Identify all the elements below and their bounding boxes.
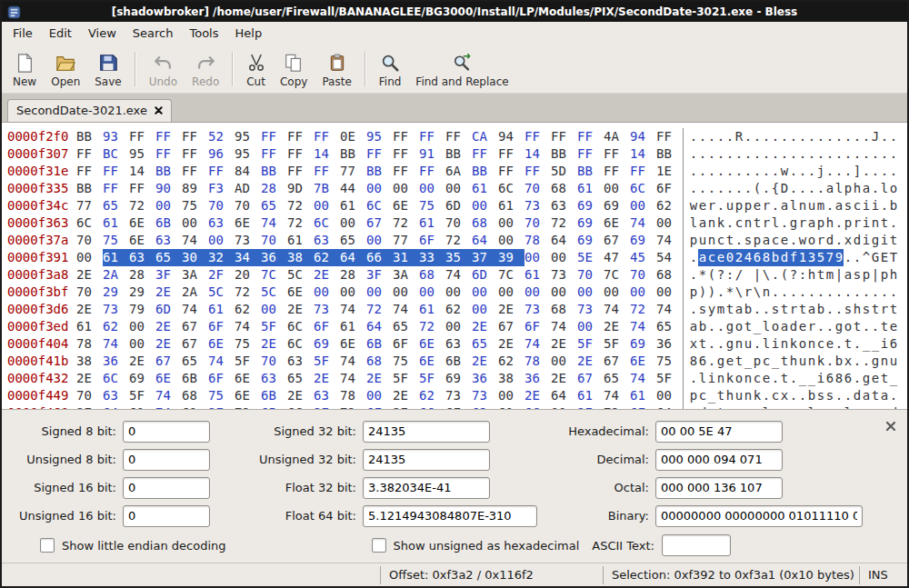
hex-byte[interactable]: 74 [103, 335, 129, 353]
hex-byte[interactable]: 2E [551, 370, 577, 387]
ascii-char[interactable]: p [844, 214, 853, 232]
hex-byte[interactable]: 5C [261, 284, 287, 301]
ascii-char[interactable]: t [698, 335, 707, 353]
hex-byte[interactable]: 69 [577, 197, 604, 214]
ascii-char[interactable]: . [834, 387, 844, 404]
ascii-char[interactable]: s [825, 387, 834, 404]
hex-byte[interactable]: 67 [498, 318, 524, 335]
ascii-char[interactable]: . [707, 163, 716, 180]
ascii-char[interactable]: \ [734, 284, 744, 301]
hex-byte[interactable]: 65 [340, 232, 366, 249]
hex-byte[interactable]: 61 [524, 266, 551, 284]
hex-byte[interactable]: 2E [76, 370, 103, 387]
hex-byte[interactable]: 00 [604, 180, 630, 197]
ascii-char[interactable]: . [789, 284, 798, 301]
ascii-char[interactable]: ( [780, 266, 789, 284]
ascii-char[interactable]: s [862, 301, 871, 318]
hex-byte[interactable]: 5F [314, 353, 340, 370]
ascii-char[interactable]: . [689, 145, 698, 163]
hex-byte[interactable]: 6D [445, 197, 472, 214]
ascii-char[interactable]: t [871, 387, 880, 404]
ascii-char[interactable]: . [771, 266, 780, 284]
ascii-char[interactable]: n [744, 214, 753, 232]
hex-byte[interactable]: 64 [551, 387, 577, 404]
show-unsigned-hex-checkbox[interactable]: Show unsigned as hexadecimal [372, 538, 580, 553]
hex-byte[interactable]: 5C [208, 284, 235, 301]
hex-byte[interactable]: 00 [366, 387, 393, 404]
ascii-char[interactable]: . [744, 128, 753, 145]
hex-byte[interactable]: 65 [261, 197, 287, 214]
hexadecimal-input[interactable] [655, 421, 783, 443]
hex-byte[interactable]: 93 [103, 128, 129, 145]
ascii-char[interactable]: . [762, 180, 771, 197]
hex-byte[interactable]: 74 [235, 318, 261, 335]
ascii-char[interactable]: . [771, 197, 780, 214]
hex-byte[interactable]: 6F [208, 318, 235, 335]
hex-byte[interactable]: FF [630, 163, 656, 180]
hex-byte[interactable]: 72 [129, 197, 155, 214]
hex-byte[interactable]: 2E [524, 387, 551, 404]
ascii-char[interactable]: . [862, 163, 871, 180]
ascii-char[interactable]: m [816, 197, 825, 214]
hex-byte[interactable]: 6B [366, 335, 393, 353]
hex-byte[interactable]: 68 [551, 180, 577, 197]
hex-byte[interactable]: 74 [340, 370, 366, 387]
hex-byte[interactable]: 61 [577, 387, 604, 404]
hex-byte[interactable]: BC [103, 145, 129, 163]
hex-byte[interactable]: FF [604, 145, 630, 163]
ascii-char[interactable]: h [853, 301, 862, 318]
hex-byte[interactable]: 6E [129, 214, 155, 232]
ascii-char[interactable]: . [798, 180, 807, 197]
ascii-char[interactable]: u [744, 335, 753, 353]
hex-byte[interactable]: 6E [235, 387, 261, 404]
hex-byte[interactable]: 2E [287, 387, 314, 404]
decimal-input[interactable] [655, 449, 783, 471]
ascii-char[interactable]: l [789, 197, 798, 214]
hex-byte[interactable]: BB [76, 128, 103, 145]
hex-byte[interactable]: 5C [287, 266, 314, 284]
ascii-char[interactable]: D [780, 180, 789, 197]
hex-byte[interactable]: 73 [524, 197, 551, 214]
hex-byte[interactable]: 00 [656, 214, 683, 232]
hex-byte[interactable]: 2E [314, 266, 340, 284]
hex-byte[interactable]: 63 [155, 232, 182, 249]
hex-byte[interactable]: 62 [445, 301, 472, 318]
ascii-char[interactable]: * [698, 266, 707, 284]
hex-byte[interactable]: BB [551, 145, 577, 163]
ascii-char[interactable]: w [798, 232, 807, 249]
hex-byte[interactable]: 9D [287, 180, 314, 197]
hex-byte[interactable]: 75 [235, 335, 261, 353]
ascii-char[interactable]: | [834, 266, 844, 284]
ascii-char[interactable]: . [725, 128, 734, 145]
hex-byte[interactable]: 74 [340, 301, 366, 318]
hex-byte[interactable]: 6E [155, 370, 182, 387]
ascii-char[interactable]: . [853, 370, 862, 387]
ascii-char[interactable]: i [862, 214, 871, 232]
ascii-char[interactable]: t [871, 301, 880, 318]
hex-byte[interactable]: 28 [340, 266, 366, 284]
hex-byte[interactable]: 5D [551, 163, 577, 180]
hex-byte[interactable]: FF [445, 128, 472, 145]
ascii-char[interactable]: . [871, 145, 880, 163]
hex-byte[interactable]: AD [235, 180, 261, 197]
ascii-char[interactable]: : [798, 266, 807, 284]
ascii-char[interactable]: b [816, 301, 825, 318]
hex-byte[interactable]: FF [524, 163, 551, 180]
ascii-char[interactable]: . [762, 387, 771, 404]
ascii-char[interactable]: a [780, 197, 789, 214]
hex-byte[interactable]: 61 [340, 318, 366, 335]
hex-byte[interactable]: FF [287, 128, 314, 145]
ascii-char[interactable]: ? [716, 266, 725, 284]
hex-byte[interactable]: 6E [604, 214, 630, 232]
ascii-char[interactable]: . [825, 128, 834, 145]
ascii-char[interactable]: 1 [798, 249, 807, 266]
ascii-char[interactable]: r [762, 214, 771, 232]
ascii-char[interactable]: t [753, 214, 762, 232]
hex-byte[interactable]: 63 [314, 232, 340, 249]
hex-byte[interactable]: BB [340, 145, 366, 163]
hex-byte[interactable]: 4A [604, 128, 630, 145]
hex-byte[interactable]: 00 [472, 284, 498, 301]
hex-byte[interactable]: 61 [76, 318, 103, 335]
ascii-char[interactable]: i [862, 197, 871, 214]
ascii-char[interactable]: r [880, 301, 889, 318]
